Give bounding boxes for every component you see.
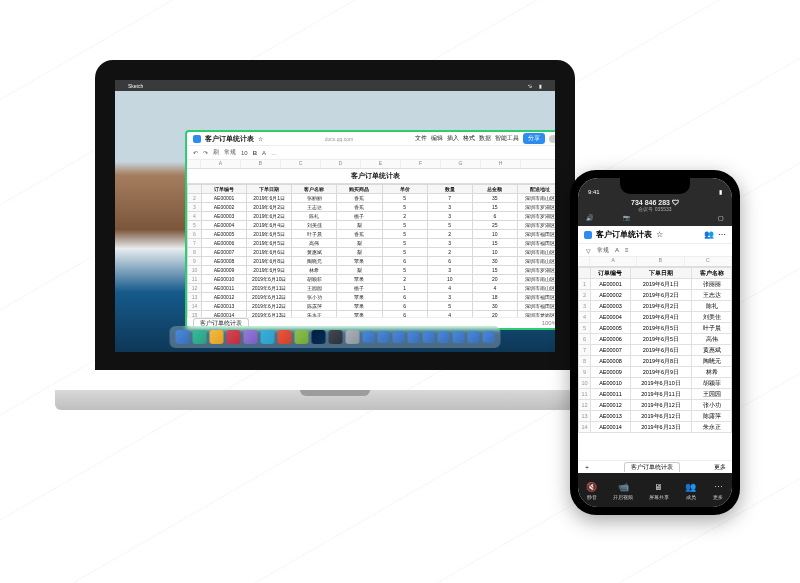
table-row[interactable]: 6AE000062019年6月5日高伟: [579, 334, 732, 345]
dock-app-lr[interactable]: [329, 330, 343, 344]
dock-app-photos[interactable]: [227, 330, 241, 344]
dock-app-safari[interactable]: [193, 330, 207, 344]
call-开启视频[interactable]: 📹开启视频: [613, 481, 633, 500]
column-header[interactable]: 数量: [427, 185, 472, 194]
phone-data-grid[interactable]: 订单编号下单日期客户名称1AE000012019年6月1日张丽丽2AE00002…: [578, 267, 732, 433]
table-row[interactable]: 13AE000122019年6月12日张小功苹果6318深圳市福田区: [188, 293, 563, 302]
dock-app-wechat[interactable]: [423, 331, 435, 343]
minimize-icon[interactable]: ▢: [718, 214, 724, 221]
dock-app-qq[interactable]: [438, 331, 450, 343]
dock-app-mail[interactable]: [210, 330, 224, 344]
dock-app-pr[interactable]: [346, 330, 360, 344]
undo-button[interactable]: ↶: [193, 149, 198, 156]
column-header[interactable]: 购买商品: [337, 185, 382, 194]
table-row[interactable]: 5AE000052019年6月5日叶子晨: [579, 323, 732, 334]
col-letter[interactable]: B: [241, 160, 281, 168]
col-letter[interactable]: E: [361, 160, 401, 168]
star-icon[interactable]: ☆: [258, 135, 263, 142]
col-letter[interactable]: A: [201, 160, 241, 168]
dock-app-ai[interactable]: [278, 330, 292, 344]
table-row[interactable]: 10AE000102019年6月10日胡颖菲: [579, 378, 732, 389]
text-color-button[interactable]: A: [262, 150, 266, 156]
menu-edit[interactable]: 编辑: [431, 134, 443, 143]
phone-sheet-tab[interactable]: 客户订单统计表: [624, 462, 680, 472]
macos-dock[interactable]: [170, 326, 501, 348]
table-row[interactable]: 8AE000082019年6月8日陶晓元: [579, 356, 732, 367]
column-header[interactable]: 下单日期: [630, 268, 691, 279]
table-row[interactable]: 11AE000112019年6月11日王园园: [579, 389, 732, 400]
table-row[interactable]: 3AE000022019年6月2日王志达香蕉5315深圳市罗湖区: [188, 203, 563, 212]
table-row[interactable]: 13AE000132019年6月12日陈露萍: [579, 411, 732, 422]
column-header[interactable]: 总金额: [472, 185, 517, 194]
table-row[interactable]: 3AE000032019年6月2日陈礼: [579, 301, 732, 312]
column-header[interactable]: 单价: [382, 185, 427, 194]
camera-icon[interactable]: 📷: [623, 214, 630, 221]
add-sheet-button[interactable]: ＋: [584, 463, 590, 472]
dock-app-messages[interactable]: [244, 330, 258, 344]
table-row[interactable]: 12AE000122019年6月12日张小功: [579, 400, 732, 411]
col-letter[interactable]: D: [321, 160, 361, 168]
col-letter[interactable]: C: [281, 160, 321, 168]
font-size[interactable]: 10: [241, 150, 248, 156]
more-button[interactable]: …: [271, 150, 277, 156]
table-row[interactable]: 2AE000022019年6月2日王志达: [579, 290, 732, 301]
font-button[interactable]: 常规: [597, 246, 609, 255]
dock-app-finder[interactable]: [176, 330, 190, 344]
more-icon[interactable]: ⋯: [718, 230, 726, 239]
call-静音[interactable]: 🔇静音: [586, 481, 598, 500]
column-header[interactable]: 下单日期: [247, 185, 292, 194]
redo-button[interactable]: ↷: [203, 149, 208, 156]
column-header[interactable]: 客户名称: [692, 268, 732, 279]
call-更多[interactable]: ⋯更多: [712, 481, 724, 500]
table-row[interactable]: 5AE000042019年6月4日刘美佳梨5525深圳市罗湖区: [188, 221, 563, 230]
table-row[interactable]: 12AE000112019年6月11日王园园桃子144深圳市南山区: [188, 284, 563, 293]
table-row[interactable]: 9AE000092019年6月9日林希: [579, 367, 732, 378]
table-row[interactable]: 7AE000062019年6月5日高伟梨5315深圳市福田区: [188, 239, 563, 248]
font-select[interactable]: 常规: [224, 148, 236, 157]
menu-insert[interactable]: 插入: [447, 134, 459, 143]
col-letter[interactable]: G: [441, 160, 481, 168]
dock-app-word[interactable]: [378, 331, 390, 343]
table-row[interactable]: 7AE000072019年6月6日黄惠斌: [579, 345, 732, 356]
dock-app-excel[interactable]: [393, 331, 405, 343]
dock-app-dw[interactable]: [312, 330, 326, 344]
dock-app-id[interactable]: [295, 330, 309, 344]
column-header[interactable]: 订单编号: [591, 268, 631, 279]
menu-data[interactable]: 数据: [479, 134, 491, 143]
dock-app-trash[interactable]: [483, 331, 495, 343]
dock-app-chrome[interactable]: [453, 331, 465, 343]
call-成员[interactable]: 👥成员: [685, 481, 697, 500]
share-button[interactable]: 分享: [523, 133, 545, 144]
dock-app-ps[interactable]: [261, 330, 275, 344]
color-button[interactable]: A: [615, 247, 619, 253]
format-painter-button[interactable]: 刷: [213, 148, 219, 157]
align-button[interactable]: ≡: [625, 247, 629, 253]
column-header[interactable]: 订单编号: [202, 185, 247, 194]
table-row[interactable]: 6AE000052019年6月5日叶子晨香蕉5210深圳市福田区: [188, 230, 563, 239]
col-letter[interactable]: F: [401, 160, 441, 168]
zoom-level[interactable]: 100%: [542, 320, 557, 326]
dock-app-ae[interactable]: [363, 331, 375, 343]
menu-tools[interactable]: 智能工具: [495, 134, 519, 143]
col-letter[interactable]: [187, 160, 201, 168]
table-row[interactable]: 4AE000042019年6月4日刘美佳: [579, 312, 732, 323]
phone-more-link[interactable]: 更多: [714, 463, 726, 472]
menu-file[interactable]: 文件: [415, 134, 427, 143]
speaker-icon[interactable]: 🔊: [586, 214, 593, 221]
dock-app-terminal[interactable]: [468, 331, 480, 343]
col-letter[interactable]: A: [590, 257, 637, 266]
menu-format[interactable]: 格式: [463, 134, 475, 143]
table-row[interactable]: 8AE000072019年6月6日黄惠斌梨5210深圳市南山区: [188, 248, 563, 257]
col-letter[interactable]: C: [685, 257, 732, 266]
table-row[interactable]: 2AE000012019年6月1日张丽丽香蕉5735深圳市南山区: [188, 194, 563, 203]
table-row[interactable]: 1AE000012019年6月1日张丽丽: [579, 279, 732, 290]
call-屏幕共享[interactable]: 🖥屏幕共享: [649, 481, 669, 500]
star-icon[interactable]: ☆: [656, 230, 663, 239]
data-grid[interactable]: 订单编号下单日期客户名称购买商品单价数量总金额配送地址2AE000012019年…: [187, 184, 563, 317]
column-header[interactable]: 配送地址: [517, 185, 562, 194]
table-row[interactable]: 10AE000092019年6月9日林希梨5315深圳市罗湖区: [188, 266, 563, 275]
table-row[interactable]: 14AE000132019年6月12日陈露萍苹果6530深圳市福田区: [188, 302, 563, 311]
table-row[interactable]: 9AE000082019年6月8日陶晓元苹果6630深圳市南山区: [188, 257, 563, 266]
bold-button[interactable]: B: [253, 150, 257, 156]
col-letter[interactable]: H: [481, 160, 521, 168]
